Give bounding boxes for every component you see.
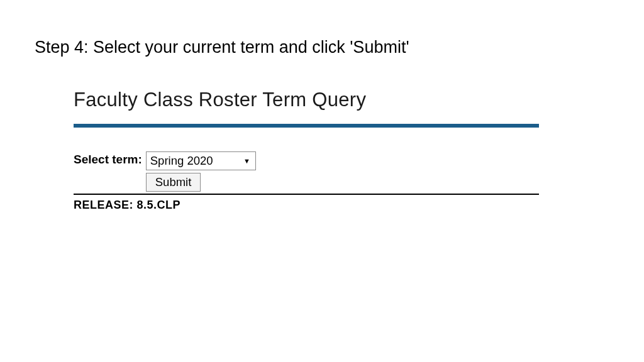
page-title: Faculty Class Roster Term Query [74, 89, 539, 111]
term-select[interactable]: Spring 2020 ▼ [146, 151, 256, 170]
chevron-down-icon: ▼ [243, 157, 250, 165]
bottom-divider [74, 194, 539, 195]
form-controls: Spring 2020 ▼ Submit [146, 151, 256, 192]
form-panel: Faculty Class Roster Term Query Select t… [74, 89, 539, 212]
term-select-value: Spring 2020 [150, 154, 213, 168]
term-form-row: Select term: Spring 2020 ▼ Submit [74, 151, 539, 192]
step-instruction: Step 4: Select your current term and cli… [35, 38, 609, 57]
title-divider [74, 124, 539, 128]
select-term-label: Select term: [74, 151, 142, 167]
submit-button[interactable]: Submit [146, 173, 201, 192]
release-version: RELEASE: 8.5.CLP [74, 199, 539, 212]
